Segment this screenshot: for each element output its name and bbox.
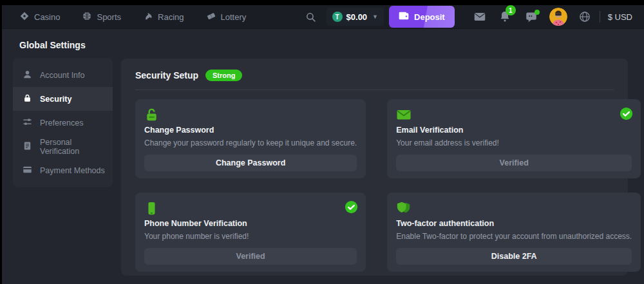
card-description: Change your password regularly to keep i…	[144, 138, 357, 147]
wallet-icon	[399, 12, 409, 23]
racing-horse-icon	[143, 11, 153, 23]
panel-title: Security Setup	[135, 70, 198, 80]
primary-nav: Casino Sports Racing Lottery	[0, 11, 246, 23]
divider	[135, 90, 614, 90]
phone-verification-card: Phone Number Verification Your phone num…	[135, 193, 366, 272]
email-verified-button[interactable]: Verified	[396, 155, 632, 171]
nav-item-label: Casino	[34, 12, 60, 22]
mail-icon[interactable]	[474, 12, 486, 21]
deposit-label: Deposit	[414, 12, 445, 22]
sliders-icon	[23, 117, 32, 129]
divider	[600, 11, 600, 23]
sidebar-item-label: Payment Methods	[40, 166, 105, 175]
padlock-icon	[144, 108, 357, 123]
window-frame-left	[0, 0, 2, 284]
lock-icon	[23, 93, 32, 105]
currency-selector[interactable]: $ USD	[608, 12, 632, 22]
verified-check-icon	[345, 200, 358, 214]
deposit-button[interactable]: Deposit	[389, 6, 455, 28]
nav-item-label: Lottery	[221, 12, 247, 22]
change-password-button[interactable]: Change Password	[144, 155, 357, 171]
navbar-right: T $0.00 ▼ Deposit 1	[305, 6, 644, 28]
chat-status-dot	[535, 10, 540, 15]
casino-icon	[19, 11, 30, 23]
card-title: Two-factor authentication	[396, 219, 632, 228]
language-globe-icon[interactable]	[579, 11, 591, 23]
window-frame-top	[0, 0, 644, 5]
nav-item-label: Racing	[158, 12, 184, 22]
user-avatar[interactable]	[549, 8, 567, 26]
card-description: Your email address is verified!	[396, 138, 632, 147]
sidebar-item-preferences[interactable]: Preferences	[13, 111, 113, 135]
sidebar-item-label: Account Info	[40, 71, 85, 80]
two-factor-card: Two-factor authentication Enable Two-fac…	[387, 193, 641, 272]
sidebar-item-label: Preferences	[40, 118, 83, 128]
notifications-bell-icon[interactable]: 1	[500, 11, 510, 23]
card-title: Change Password	[144, 126, 357, 135]
change-password-card: Change Password Change your password reg…	[135, 99, 366, 178]
tether-coin-icon: T	[332, 12, 343, 22]
page-title: Global Settings	[19, 40, 86, 50]
sports-icon	[82, 11, 92, 23]
card-title: Email Verification	[396, 126, 632, 135]
sidebar-item-account-info[interactable]: Account Info	[13, 63, 113, 87]
panel-header: Security Setup Strong	[121, 59, 628, 81]
card-description: Your phone number is verified!	[144, 232, 357, 241]
phone-icon	[144, 201, 357, 216]
strength-badge: Strong	[205, 70, 242, 81]
document-icon	[23, 141, 32, 153]
envelope-icon	[396, 108, 632, 123]
balance-amount: $0.00	[346, 12, 368, 22]
sidebar-item-label: Personal Verification	[40, 138, 113, 156]
app-window: Casino Sports Racing Lottery T $0.00	[0, 0, 644, 284]
wallet-balance[interactable]: T $0.00 ▼	[327, 8, 384, 26]
top-navbar: Casino Sports Racing Lottery T $0.00	[0, 5, 644, 28]
user-icon	[23, 70, 32, 81]
chevron-down-icon: ▼	[372, 14, 378, 20]
notification-count-badge: 1	[506, 5, 516, 15]
credit-card-icon	[23, 165, 32, 176]
sidebar-item-personal-verification[interactable]: Personal Verification	[13, 135, 113, 158]
sidebar-item-payment-methods[interactable]: Payment Methods	[13, 158, 113, 182]
disable-2fa-button[interactable]: Disable 2FA	[396, 248, 632, 265]
phone-verified-button[interactable]: Verified	[144, 248, 357, 265]
card-description: Enable Two-factor to protect your accoun…	[396, 232, 632, 241]
search-icon[interactable]	[305, 12, 316, 23]
lottery-ticket-icon	[206, 11, 216, 23]
nav-item-racing[interactable]: Racing	[143, 11, 184, 23]
card-title: Phone Number Verification	[144, 219, 357, 228]
nav-item-lottery[interactable]: Lottery	[206, 11, 247, 23]
settings-sidebar: Account Info Security Preferences Person…	[13, 58, 113, 187]
nav-item-label: Sports	[97, 12, 121, 22]
sidebar-item-label: Security	[40, 95, 71, 104]
nav-item-casino[interactable]: Casino	[19, 11, 60, 23]
nav-item-sports[interactable]: Sports	[82, 11, 121, 23]
chat-icon[interactable]	[526, 12, 537, 23]
email-verification-card: Email Verification Your email address is…	[387, 99, 641, 178]
security-cards: Change Password Change your password reg…	[135, 99, 614, 272]
shield-icon	[396, 201, 632, 216]
sidebar-item-security[interactable]: Security	[13, 87, 113, 111]
verified-check-icon	[620, 107, 633, 120]
security-setup-panel: Security Setup Strong Change Password Ch…	[121, 59, 628, 276]
